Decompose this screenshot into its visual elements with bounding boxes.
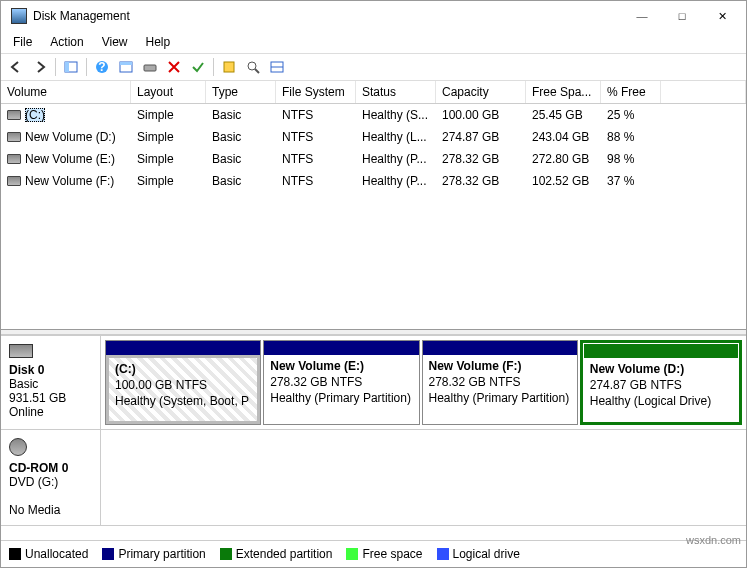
partition-bar	[106, 341, 260, 355]
volume-pct: 37 %	[601, 172, 661, 190]
volume-capacity: 100.00 GB	[436, 106, 526, 124]
volume-type: Basic	[206, 172, 276, 190]
volume-fs: NTFS	[276, 172, 356, 190]
volume-free: 102.52 GB	[526, 172, 601, 190]
close-button[interactable]: ✕	[702, 2, 742, 30]
col-layout[interactable]: Layout	[131, 81, 206, 103]
volume-type: Basic	[206, 150, 276, 168]
action-check-button[interactable]	[187, 56, 209, 78]
svg-text:?: ?	[98, 60, 105, 74]
drive-icon	[7, 110, 21, 120]
disk0-label[interactable]: Disk 0 Basic 931.51 GB Online	[1, 336, 101, 429]
partition[interactable]: (C:) 100.00 GB NTFS Healthy (System, Boo…	[105, 340, 261, 425]
col-freespace[interactable]: Free Spa...	[526, 81, 601, 103]
legend: Unallocated Primary partition Extended p…	[1, 540, 746, 567]
volume-type: Basic	[206, 128, 276, 146]
partition-size: 100.00 GB NTFS	[115, 377, 251, 393]
partition[interactable]: New Volume (E:) 278.32 GB NTFS Healthy (…	[263, 340, 419, 425]
partition-name: (C:)	[115, 361, 251, 377]
volume-fs: NTFS	[276, 128, 356, 146]
titlebar: Disk Management — □ ✕	[1, 1, 746, 31]
volume-row[interactable]: (C:)SimpleBasicNTFSHealthy (S...100.00 G…	[1, 104, 746, 126]
rescan-disks-button[interactable]	[139, 56, 161, 78]
col-capacity[interactable]: Capacity	[436, 81, 526, 103]
cdrom-media: No Media	[9, 503, 92, 517]
menu-file[interactable]: File	[5, 33, 40, 51]
volume-name: New Volume (E:)	[25, 152, 115, 166]
partition-bar	[264, 341, 418, 355]
show-hide-console-button[interactable]	[60, 56, 82, 78]
partition-status: Healthy (Primary Partition)	[429, 390, 571, 406]
partition-status: Healthy (Logical Drive)	[590, 393, 732, 409]
partition-size: 278.32 GB NTFS	[429, 374, 571, 390]
maximize-button[interactable]: □	[662, 2, 702, 30]
disk0-name: Disk 0	[9, 363, 92, 377]
find-button[interactable]	[242, 56, 264, 78]
help-button[interactable]: ?	[91, 56, 113, 78]
volume-free: 243.04 GB	[526, 128, 601, 146]
delete-button[interactable]	[163, 56, 185, 78]
legend-extended: Extended partition	[220, 547, 333, 561]
disk-row-disk0: Disk 0 Basic 931.51 GB Online (C:) 100.0…	[1, 336, 746, 430]
back-button[interactable]	[5, 56, 27, 78]
volume-name: New Volume (F:)	[25, 174, 114, 188]
toolbar-separator	[213, 58, 214, 76]
volume-pct: 98 %	[601, 150, 661, 168]
volume-row[interactable]: New Volume (E:)SimpleBasicNTFSHealthy (P…	[1, 148, 746, 170]
volume-pct: 25 %	[601, 106, 661, 124]
menu-action[interactable]: Action	[42, 33, 91, 51]
partition-status: Healthy (System, Boot, P	[115, 393, 251, 409]
cdrom-name: CD-ROM 0	[9, 461, 92, 475]
column-headers: Volume Layout Type File System Status Ca…	[1, 81, 746, 104]
legend-logical: Logical drive	[437, 547, 520, 561]
volume-free: 272.80 GB	[526, 150, 601, 168]
disk-icon	[9, 344, 33, 358]
svg-rect-5	[120, 62, 132, 65]
partition-bar	[584, 344, 738, 358]
col-volume[interactable]: Volume	[1, 81, 131, 103]
partition-size: 278.32 GB NTFS	[270, 374, 412, 390]
volume-layout: Simple	[131, 106, 206, 124]
volume-name: (C:)	[25, 108, 45, 122]
col-status[interactable]: Status	[356, 81, 436, 103]
col-filesystem[interactable]: File System	[276, 81, 356, 103]
partition-name: New Volume (F:)	[429, 358, 571, 374]
refresh-button[interactable]	[115, 56, 137, 78]
menu-view[interactable]: View	[94, 33, 136, 51]
window-title: Disk Management	[33, 9, 622, 23]
volume-row[interactable]: New Volume (D:)SimpleBasicNTFSHealthy (L…	[1, 126, 746, 148]
volume-status: Healthy (P...	[356, 150, 436, 168]
new-volume-button[interactable]	[218, 56, 240, 78]
legend-freespace: Free space	[346, 547, 422, 561]
toolbar: ?	[1, 53, 746, 81]
volume-status: Healthy (P...	[356, 172, 436, 190]
forward-button[interactable]	[29, 56, 51, 78]
partition[interactable]: New Volume (D:) 274.87 GB NTFS Healthy (…	[580, 340, 742, 425]
volume-fs: NTFS	[276, 150, 356, 168]
toolbar-separator	[55, 58, 56, 76]
volume-type: Basic	[206, 106, 276, 124]
disk0-state: Online	[9, 405, 92, 419]
col-pctfree[interactable]: % Free	[601, 81, 661, 103]
volume-status: Healthy (L...	[356, 128, 436, 146]
drive-icon	[7, 132, 21, 142]
volume-row[interactable]: New Volume (F:)SimpleBasicNTFSHealthy (P…	[1, 170, 746, 192]
menu-help[interactable]: Help	[138, 33, 179, 51]
partition-name: New Volume (E:)	[270, 358, 412, 374]
legend-primary: Primary partition	[102, 547, 205, 561]
minimize-button[interactable]: —	[622, 2, 662, 30]
svg-line-9	[255, 69, 259, 73]
cdrom-dvd: DVD (G:)	[9, 475, 92, 489]
svg-rect-6	[144, 65, 156, 71]
partition[interactable]: New Volume (F:) 278.32 GB NTFS Healthy (…	[422, 340, 578, 425]
partition-info: New Volume (E:) 278.32 GB NTFS Healthy (…	[264, 355, 418, 424]
app-icon	[11, 8, 27, 24]
disk0-size: 931.51 GB	[9, 391, 92, 405]
volume-capacity: 278.32 GB	[436, 172, 526, 190]
col-type[interactable]: Type	[206, 81, 276, 103]
disk0-type: Basic	[9, 377, 92, 391]
cdrom-icon	[9, 438, 27, 456]
cdrom-label[interactable]: CD-ROM 0 DVD (G:) No Media	[1, 430, 101, 525]
split-view-button[interactable]	[266, 56, 288, 78]
col-spacer	[661, 81, 746, 103]
